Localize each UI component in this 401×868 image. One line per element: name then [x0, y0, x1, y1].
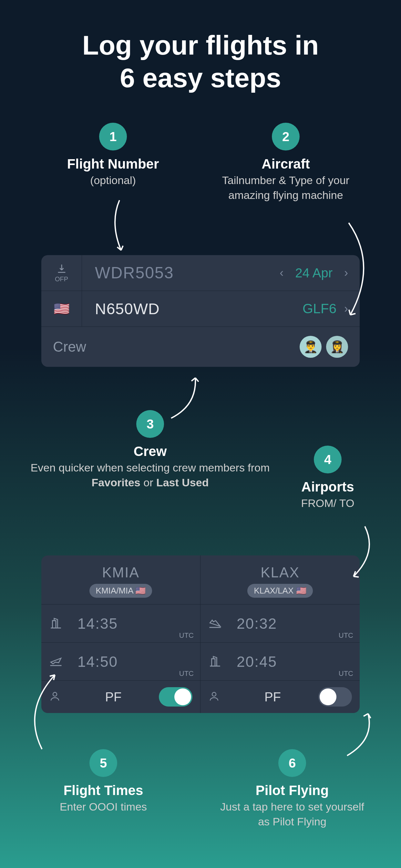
crew-avatars: 👨‍✈️ 👩‍✈️ [300, 336, 348, 358]
pilot-icon [49, 690, 68, 703]
date-selector: ‹ 24 Apr › [280, 266, 360, 280]
crew-avatar-2: 👩‍✈️ [326, 336, 348, 358]
step-4-title: Airports [301, 479, 354, 495]
airports-times-card: KMIA KMIA/MIA 🇺🇸 14:35 UTC 14:50 UTC PF [41, 555, 360, 713]
off-time-value: 14:50 [78, 653, 118, 671]
step-3-lastused: Last Used [156, 476, 209, 489]
departure-column: KMIA KMIA/MIA 🇺🇸 14:35 UTC 14:50 UTC PF [41, 555, 201, 713]
aircraft-type-section: GLF6 › [303, 301, 360, 316]
pf-departure-label: PF [81, 690, 146, 704]
out-time-value: 14:35 [78, 615, 118, 632]
step-badge-2: 2 [272, 123, 300, 151]
step-badge-4: 4 [314, 445, 342, 473]
step-badge-1: 1 [99, 123, 127, 151]
date-next-button[interactable]: › [344, 266, 348, 280]
pilot-icon [208, 690, 227, 703]
arrival-pill: KLAX/LAX 🇺🇸 [247, 584, 312, 598]
pf-departure-row: PF [41, 681, 200, 713]
pf-arrival-toggle[interactable] [318, 687, 352, 707]
arrival-airport[interactable]: KLAX KLAX/LAX 🇺🇸 [201, 555, 360, 604]
step-3-sub: Even quicker when selecting crew members… [23, 461, 278, 490]
departure-code: KMIA [41, 564, 200, 581]
in-tz: UTC [339, 670, 353, 678]
out-time-row[interactable]: 14:35 UTC [41, 604, 200, 643]
page-title: Log your flights in 6 easy steps [0, 0, 401, 94]
date-prev-button[interactable]: ‹ [280, 266, 283, 280]
ofp-label: OFP [55, 275, 68, 283]
aircraft-row[interactable]: 🇺🇸 N650WD GLF6 › [41, 291, 360, 327]
pf-arrival-row: PF [201, 681, 360, 713]
title-line-2: 6 easy steps [0, 62, 401, 94]
step-2: 2 Aircraft Tailnumber & Type of your ama… [207, 123, 365, 203]
svg-point-1 [212, 692, 216, 696]
step-1: 1 Flight Number (optional) [55, 123, 171, 188]
gate-out-icon [49, 616, 68, 631]
departure-pill: KMIA/MIA 🇺🇸 [89, 584, 152, 598]
crew-row[interactable]: Crew 👨‍✈️ 👩‍✈️ [41, 327, 360, 367]
step-6-sub: Just a tap here to set yourself as Pilot… [213, 800, 371, 829]
step-2-title: Aircraft [261, 156, 310, 172]
off-tz: UTC [179, 670, 194, 678]
pf-departure-toggle[interactable] [159, 687, 192, 707]
flight-number-row: OFP WDR5053 ‹ 24 Apr › [41, 255, 360, 291]
step-3-title: Crew [134, 444, 167, 459]
date-value[interactable]: 24 Apr [295, 266, 333, 280]
landing-icon [208, 616, 227, 631]
flight-number-input[interactable]: WDR5053 [82, 264, 280, 282]
svg-point-0 [53, 692, 57, 696]
in-time-value: 20:45 [237, 653, 277, 671]
step-2-sub: Tailnumber & Type of your amazing flying… [207, 173, 365, 203]
ofp-button[interactable]: OFP [41, 255, 82, 290]
step-badge-3: 3 [136, 410, 164, 438]
step-5-sub: Enter OOOI times [60, 800, 147, 814]
title-line-1: Log your flights in [0, 29, 401, 62]
step-6-title: Pilot Flying [256, 783, 329, 798]
step-6: 6 Pilot Flying Just a tap here to set yo… [213, 749, 371, 829]
off-time-row[interactable]: 14:50 UTC [41, 643, 200, 681]
tailnumber-value: N650WD [82, 300, 303, 318]
country-flag: 🇺🇸 [41, 291, 82, 327]
step-badge-6: 6 [278, 749, 306, 777]
step-3: 3 Crew Even quicker when selecting crew … [23, 410, 278, 490]
crew-avatar-1: 👨‍✈️ [300, 336, 321, 358]
on-time-value: 20:32 [237, 615, 277, 632]
step-3-sub-pre: Even quicker when selecting crew members… [31, 461, 270, 474]
chevron-right-icon: › [344, 302, 348, 315]
gate-in-icon [208, 654, 227, 669]
step-3-favorites: Favorites [92, 476, 141, 489]
pf-arrival-label: PF [240, 690, 305, 704]
step-4: 4 Airports FROM/ TO [274, 445, 381, 511]
aircraft-type-value: GLF6 [303, 301, 336, 316]
step-badge-5: 5 [89, 749, 117, 777]
in-time-row[interactable]: 20:45 UTC [201, 643, 360, 681]
step-1-sub: (optional) [90, 173, 136, 188]
out-tz: UTC [179, 631, 194, 640]
on-time-row[interactable]: 20:32 UTC [201, 604, 360, 643]
step-3-sub-mid: or [141, 476, 156, 489]
on-tz: UTC [339, 631, 353, 640]
arrival-code: KLAX [201, 564, 360, 581]
departure-airport[interactable]: KMIA KMIA/MIA 🇺🇸 [41, 555, 200, 604]
arrival-column: KLAX KLAX/LAX 🇺🇸 20:32 UTC 20:45 UTC PF [201, 555, 360, 713]
step-1-title: Flight Number [67, 156, 159, 172]
download-icon [56, 263, 67, 274]
crew-label: Crew [53, 339, 86, 355]
flight-entry-card: OFP WDR5053 ‹ 24 Apr › 🇺🇸 N650WD GLF6 › … [41, 255, 360, 367]
arrow-1 [106, 197, 132, 255]
step-5-title: Flight Times [64, 783, 143, 798]
step-5: 5 Flight Times Enter OOOI times [35, 749, 171, 814]
takeoff-icon [49, 654, 68, 669]
step-4-sub: FROM/ TO [301, 496, 354, 511]
